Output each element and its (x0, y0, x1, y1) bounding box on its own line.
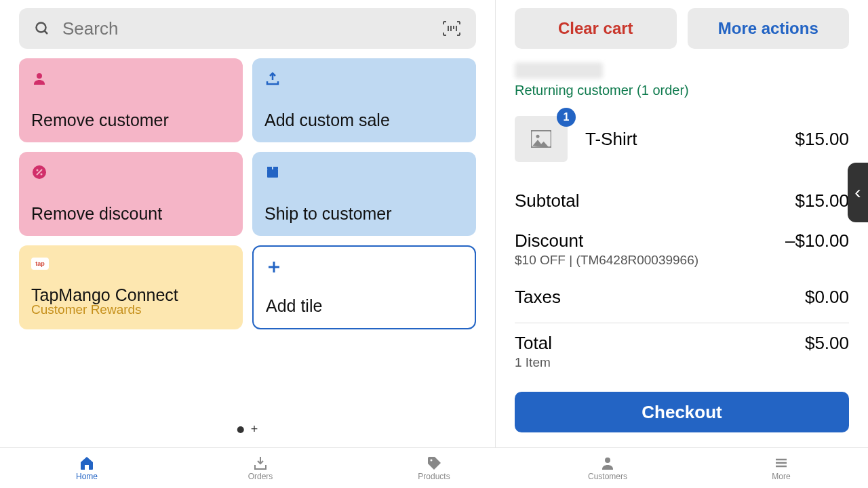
total-value: $5.00 (805, 333, 849, 354)
total-label: Total (515, 333, 552, 354)
package-icon (264, 164, 281, 180)
side-drawer-handle[interactable]: ‹ (848, 163, 868, 222)
nav-label: Customers (588, 472, 627, 481)
nav-label: Orders (248, 472, 273, 481)
person-icon (31, 70, 47, 87)
person-icon (599, 455, 616, 470)
svg-point-0 (37, 23, 46, 33)
tile-label: Remove discount (31, 204, 231, 224)
search-input[interactable] (62, 18, 430, 39)
remove-customer-tile[interactable]: Remove customer (19, 58, 243, 142)
nav-label: Products (418, 472, 450, 481)
search-bar[interactable] (19, 8, 476, 49)
discount-row[interactable]: Discount $10 OFF | (TM6428R00039966) –$1… (515, 221, 849, 277)
svg-rect-9 (273, 167, 278, 169)
svg-point-2 (37, 73, 42, 79)
cart-panel: Clear cart More actions Returning custom… (495, 0, 868, 447)
barcode-icon[interactable] (442, 20, 461, 37)
left-panel: Remove customer Add custom sale Remove d… (0, 0, 495, 447)
nav-home[interactable]: Home (60, 455, 114, 481)
tile-label: Add custom sale (264, 110, 464, 130)
tapmango-tile[interactable]: tap TapMango Connect Customer Rewards (19, 245, 243, 329)
discount-value: –$10.00 (785, 230, 849, 251)
svg-point-4 (37, 169, 39, 171)
customer-name-redacted (515, 62, 603, 79)
nav-more[interactable]: More (754, 455, 808, 481)
clear-cart-button[interactable]: Clear cart (515, 8, 677, 49)
bottom-nav: Home Orders Products Customers More (0, 447, 868, 488)
plus-icon (266, 259, 282, 275)
add-custom-sale-tile[interactable]: Add custom sale (252, 58, 476, 142)
upload-icon (264, 70, 281, 87)
nav-label: Home (76, 472, 98, 481)
more-actions-button[interactable]: More actions (688, 8, 850, 49)
total-row: Total 1 Item $5.00 (515, 323, 849, 380)
nav-customers[interactable]: Customers (580, 455, 635, 481)
page-dot (237, 426, 244, 433)
svg-rect-8 (267, 167, 272, 169)
svg-point-13 (536, 135, 540, 138)
tile-label: Add tile (266, 296, 462, 316)
image-placeholder-icon (531, 130, 551, 148)
add-tile[interactable]: Add tile (252, 245, 476, 329)
discount-detail: $10 OFF | (TM6428R00039966) (515, 253, 698, 268)
svg-rect-7 (267, 169, 278, 178)
tile-subtitle: Customer Rewards (31, 302, 231, 317)
item-price: $15.00 (795, 129, 849, 150)
customer-block[interactable]: Returning customer (1 order) (515, 62, 849, 98)
cart-item[interactable]: 1 T-Shirt $15.00 (515, 116, 849, 162)
item-thumbnail: 1 (515, 116, 568, 162)
svg-point-14 (431, 459, 433, 461)
customer-status: Returning customer (1 order) (515, 83, 849, 98)
nav-products[interactable]: Products (407, 455, 461, 481)
search-icon (34, 20, 50, 37)
nav-label: More (772, 472, 790, 481)
item-name: T-Shirt (585, 129, 795, 150)
tapmango-icon: tap (31, 258, 49, 270)
chevron-left-icon: ‹ (854, 182, 861, 203)
page-indicator: + (237, 422, 258, 436)
svg-point-15 (605, 458, 610, 463)
svg-line-1 (45, 31, 48, 35)
tag-icon (425, 455, 443, 470)
subtotal-label: Subtotal (515, 190, 579, 211)
nav-orders[interactable]: Orders (233, 455, 288, 481)
tile-label: Ship to customer (264, 204, 464, 224)
subtotal-row: Subtotal $15.00 (515, 181, 849, 221)
discount-label: Discount (515, 230, 698, 251)
percent-badge-icon (31, 164, 47, 180)
taxes-label: Taxes (515, 287, 561, 308)
menu-icon (772, 455, 790, 470)
remove-discount-tile[interactable]: Remove discount (19, 152, 243, 236)
subtotal-value: $15.00 (795, 190, 849, 211)
home-icon (78, 455, 96, 470)
total-items: 1 Item (515, 355, 552, 370)
taxes-value: $0.00 (805, 287, 849, 308)
ship-to-customer-tile[interactable]: Ship to customer (252, 152, 476, 236)
taxes-row: Taxes $0.00 (515, 277, 849, 317)
svg-point-5 (41, 174, 43, 176)
tile-label: Remove customer (31, 110, 231, 130)
inbox-icon (252, 455, 269, 470)
checkout-button[interactable]: Checkout (515, 392, 849, 432)
quantity-badge: 1 (557, 108, 576, 127)
add-page-icon[interactable]: + (251, 422, 258, 436)
